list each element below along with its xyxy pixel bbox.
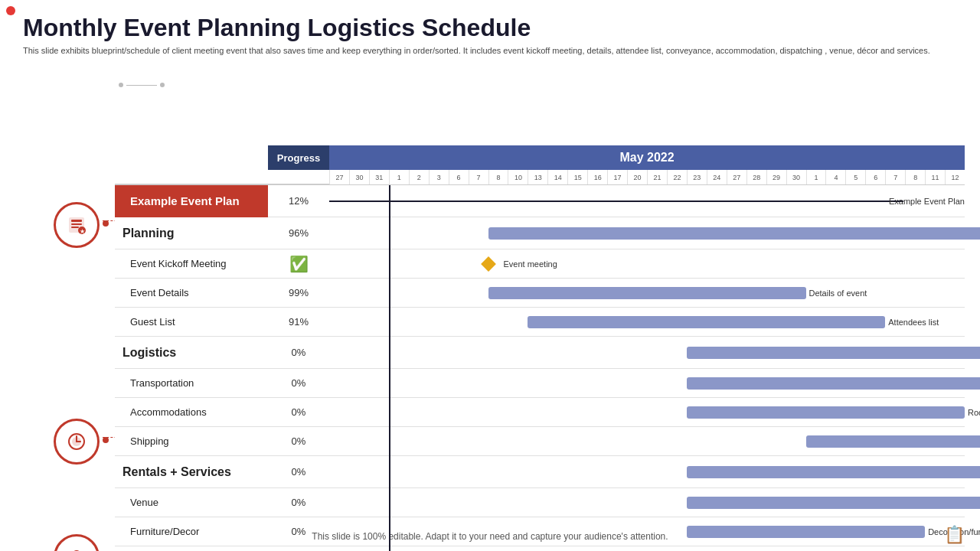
row-name: Rentals + Services: [115, 465, 268, 479]
date-cell: 30: [349, 170, 369, 184]
gantt-bar: [806, 435, 981, 448]
row-name: Transportation: [115, 377, 268, 389]
date-cell: 6: [865, 170, 885, 184]
row-name: Planning: [115, 227, 268, 240]
date-cell: 31: [369, 170, 389, 184]
gantt-bar: [528, 316, 885, 328]
row-progress: 91%: [268, 316, 329, 328]
gantt-cell: Event meeting: [329, 249, 965, 278]
left-icons-panel: ★ ⚙: [15, 145, 115, 551]
row-name: Accommodations: [115, 406, 268, 418]
check-icon: ✅: [289, 255, 309, 273]
gantt-cell: Details of event: [329, 279, 965, 307]
gantt-cell: Service on venue: [329, 546, 965, 551]
svg-rect-1: [71, 220, 82, 222]
date-cell: 17: [607, 170, 627, 184]
logistics-icon: [54, 419, 100, 465]
section-row: Rentals + Services0%Rentals + Services: [115, 456, 965, 488]
item-row: Venue0%Venue: [115, 488, 965, 517]
date-cell: 24: [707, 170, 727, 184]
date-cell: 11: [925, 170, 945, 184]
date-row: 2730311236781013141516172021222324272829…: [115, 170, 965, 185]
row-progress: 0%: [268, 406, 329, 418]
row-progress: ✅: [268, 255, 329, 273]
date-cell: 1: [389, 170, 409, 184]
item-row: On – Site Service0%Service on venue: [115, 546, 965, 551]
row-progress: 0%: [268, 347, 329, 358]
date-cell: 10: [508, 170, 528, 184]
gantt-bar: [488, 287, 806, 299]
date-cell: 1: [806, 170, 826, 184]
row-progress: 96%: [268, 227, 329, 239]
gantt-cell: Rentals + Services: [329, 456, 965, 487]
deco: [119, 83, 165, 87]
today-line: [389, 185, 390, 551]
page-title: Monthly Event Planning Logistics Schedul…: [0, 0, 980, 45]
date-cell: 6: [449, 170, 469, 184]
subtitle: This slide exhibits blueprint/schedule o…: [0, 45, 980, 63]
item-row: Guest List91%Attendees list: [115, 308, 965, 337]
example-event-bar: [329, 201, 903, 202]
gantt-cell: Rooms: [329, 398, 965, 426]
date-cell: 16: [587, 170, 607, 184]
row-progress: 0%: [268, 466, 329, 478]
date-cell: 20: [627, 170, 647, 184]
gantt-bar: [687, 466, 980, 478]
item-row: Event Details99%Details of event: [115, 279, 965, 308]
row-name: Event Details: [115, 287, 268, 298]
gantt-cell: Planning: [329, 217, 965, 249]
gantt-label: Rooms: [968, 408, 980, 417]
svg-rect-2: [71, 223, 82, 225]
date-cell: 13: [528, 170, 547, 184]
row-name: Logistics: [115, 346, 268, 360]
item-row: Transportation0%Conveyance: [115, 369, 965, 398]
date-cell: 27: [329, 170, 349, 184]
row-name: Event Kickoff Meeting: [115, 258, 268, 269]
date-cell: 2: [409, 170, 429, 184]
date-cell: 30: [786, 170, 806, 184]
gantt-bar: [687, 497, 980, 509]
row-name: Shipping: [115, 435, 268, 447]
section-row: Planning96%Planning: [115, 217, 965, 249]
row-progress: 0%: [268, 435, 329, 447]
gantt-bar: [687, 377, 980, 390]
date-cell: 23: [687, 170, 707, 184]
gantt-cell: Venue: [329, 488, 965, 517]
gantt-label: Attendees list: [888, 318, 939, 327]
gantt-cell: Dispatching: [329, 427, 965, 455]
svg-text:★: ★: [80, 228, 85, 235]
date-cell: 27: [727, 170, 746, 184]
gantt-bar: [687, 406, 965, 419]
schedule-table: Progress May 2022 2730311236781013141516…: [115, 145, 965, 551]
clipboard-icon: 📋: [944, 525, 965, 545]
date-cell: 22: [667, 170, 687, 184]
date-cell: 29: [766, 170, 786, 184]
item-row: Event Kickoff Meeting✅Event meeting: [115, 249, 965, 279]
gantt-diamond: [481, 256, 496, 272]
row-progress: 0%: [268, 497, 329, 508]
row-progress: 99%: [268, 287, 329, 298]
row-name: Venue: [115, 497, 268, 508]
date-cell: 8: [488, 170, 508, 184]
date-cell: 7: [469, 170, 488, 184]
footer-text: This slide is 100% editable. Adapt it to…: [0, 531, 980, 542]
date-cell: 8: [905, 170, 925, 184]
date-cell: 15: [567, 170, 587, 184]
gantt-cell: Attendees list: [329, 308, 965, 336]
planning-dot: [103, 220, 109, 227]
row-name: Guest List: [115, 316, 268, 328]
red-dot: [6, 6, 15, 15]
event-plan-icon: ★: [54, 202, 100, 248]
date-cell: 12: [945, 170, 965, 184]
row-progress: 0%: [268, 377, 329, 389]
gantt-cell: Logistics: [329, 337, 965, 368]
gantt-cell: Example Event Plan: [329, 185, 965, 217]
gantt-bar: [488, 227, 981, 240]
date-cell: 7: [885, 170, 905, 184]
gantt-label: Details of event: [809, 289, 867, 298]
row-progress: 12%: [268, 195, 329, 207]
progress-header: Progress: [268, 145, 329, 170]
date-cell: 14: [547, 170, 567, 184]
table-header: Progress May 2022: [115, 145, 965, 170]
gantt-cell: Conveyance: [329, 369, 965, 397]
